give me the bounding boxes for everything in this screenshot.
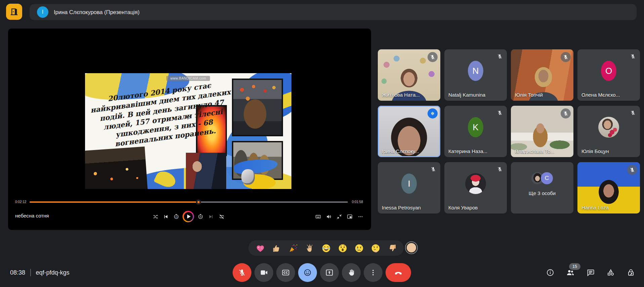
presenter-name: Ірина Слєпокурова (Презентація) xyxy=(54,9,139,15)
thumbs-down-icon xyxy=(387,243,397,253)
participant-tile[interactable]: Владислава То... xyxy=(511,106,573,157)
player-more-button[interactable] xyxy=(355,211,365,222)
overflow-label: Ще 3 особи xyxy=(511,190,573,196)
participant-name: Коля Уваров xyxy=(448,205,478,210)
reaction-tears-of-joy[interactable] xyxy=(319,241,333,255)
mic-muted-badge xyxy=(561,108,571,118)
photo-protesters xyxy=(186,153,226,189)
seek-bar[interactable] xyxy=(30,201,348,203)
keyboard-icon xyxy=(315,213,321,220)
captions-button[interactable] xyxy=(276,263,295,282)
participants-grid: Житлова Ната... N Natalj Kamunina Юлія Т… xyxy=(378,49,640,213)
present-screen-button[interactable] xyxy=(320,263,339,282)
mic-off-icon xyxy=(497,110,503,116)
mic-off-icon xyxy=(629,167,635,173)
reaction-thinking-face[interactable] xyxy=(369,241,382,255)
play-icon xyxy=(184,212,193,221)
letter-avatar: N xyxy=(468,61,483,81)
crying-face-icon xyxy=(354,243,364,253)
activities-button[interactable] xyxy=(606,268,615,277)
watermark: www.BANDICAM.com xyxy=(166,76,210,81)
participant-tile[interactable]: O Олена Мєлєхо... xyxy=(577,49,640,101)
reaction-thumbs-down[interactable] xyxy=(385,241,399,255)
participant-name: Юлія Топчій xyxy=(515,92,543,98)
reaction-open-mouth[interactable] xyxy=(336,241,349,255)
captions-icon xyxy=(281,268,290,277)
participant-tile[interactable]: Hanna Loza xyxy=(577,162,640,213)
reactions-bar xyxy=(248,240,404,256)
mic-off-icon xyxy=(430,54,436,60)
avatar-letter: N xyxy=(473,66,479,76)
next-icon xyxy=(208,213,214,220)
previous-track-button[interactable] xyxy=(161,211,171,222)
present-icon xyxy=(325,268,334,277)
camera-toggle-button[interactable] xyxy=(254,263,273,282)
shared-screen-player: www.BANDICAM.com 20лютого 2014 року стає… xyxy=(8,29,371,230)
reaction-clapping-hands[interactable] xyxy=(303,241,316,255)
flag-blue-shape xyxy=(233,157,278,175)
mic-off-icon xyxy=(497,166,503,172)
people-panel-button[interactable]: 15 xyxy=(566,268,575,277)
mic-off-icon xyxy=(563,54,569,60)
host-controls-button[interactable] xyxy=(627,268,635,277)
participant-tile-speaking[interactable]: Ірина Слєпоку... xyxy=(378,106,440,157)
call-controls xyxy=(233,263,411,282)
chat-panel-button[interactable] xyxy=(586,268,595,277)
photo-avatar xyxy=(465,173,486,194)
mouse-cursor xyxy=(185,114,191,121)
skin-tone-selector-button[interactable] xyxy=(405,241,418,254)
participant-name: Ірина Слєпоку... xyxy=(382,148,419,154)
reaction-crying-face[interactable] xyxy=(352,241,366,255)
shuffle-button[interactable] xyxy=(150,211,160,222)
participant-tile[interactable]: Житлова Ната... xyxy=(378,49,440,101)
mic-muted-badge xyxy=(495,164,505,174)
volume-button[interactable] xyxy=(324,211,334,222)
reactions-toggle-button[interactable] xyxy=(298,263,317,282)
mic-off-icon xyxy=(238,268,246,277)
presenter-avatar: I xyxy=(37,6,48,18)
camera-icon xyxy=(259,268,268,277)
presenter-bar[interactable]: I Ірина Слєпокурова (Презентація) xyxy=(30,4,637,20)
skin-tone-swatch xyxy=(407,243,416,252)
mic-muted-badge xyxy=(628,108,638,118)
mic-toggle-button[interactable] xyxy=(233,263,251,282)
reaction-thumbs-up[interactable] xyxy=(270,241,283,255)
participant-name: Олена Мєлєхо... xyxy=(581,92,620,98)
participant-tile[interactable]: K Катерина Наза... xyxy=(444,106,507,157)
participant-tile[interactable]: Коля Уваров xyxy=(444,162,507,213)
open-door-icon xyxy=(9,7,19,17)
mic-muted-badge xyxy=(428,164,438,174)
panel-buttons: 15 xyxy=(546,263,635,282)
presentation-slide: www.BANDICAM.com 20лютого 2014 року стає… xyxy=(85,73,291,189)
forward-30-button[interactable] xyxy=(195,211,205,222)
reaction-party-popper[interactable] xyxy=(286,241,300,255)
overflow-avatars: C xyxy=(511,172,573,184)
keyboard-button[interactable] xyxy=(313,211,323,222)
play-button[interactable] xyxy=(183,211,194,222)
repeat-off-button[interactable] xyxy=(216,211,227,222)
reaction-sparkling-heart[interactable] xyxy=(253,241,267,255)
participant-tile[interactable]: I Inessa Petrosyan xyxy=(378,162,440,213)
mic-muted-badge xyxy=(628,51,638,61)
mic-muted-badge xyxy=(627,165,637,175)
mic-muted-badge xyxy=(428,52,438,62)
raise-hand-button[interactable] xyxy=(342,263,361,282)
participant-tile[interactable]: Юлія Боцун xyxy=(577,106,640,157)
smiley-icon xyxy=(303,268,312,277)
collapse-button[interactable] xyxy=(334,211,344,222)
participant-tile[interactable]: N Natalj Kamunina xyxy=(444,49,507,101)
overflow-participants-tile[interactable]: C Ще 3 особи xyxy=(511,162,573,213)
door-app-icon[interactable] xyxy=(6,4,22,20)
participant-tile[interactable]: Юлія Топчій xyxy=(511,49,573,101)
activities-icon xyxy=(606,268,615,277)
end-call-button[interactable] xyxy=(386,263,411,282)
meeting-details-button[interactable] xyxy=(546,268,555,277)
mic-off-icon xyxy=(497,53,503,59)
more-dots-icon xyxy=(369,268,377,277)
next-track-button[interactable] xyxy=(206,211,216,222)
more-options-button[interactable] xyxy=(364,263,383,282)
pip-button[interactable] xyxy=(345,211,355,222)
replay-10-button[interactable] xyxy=(171,211,181,222)
previous-icon xyxy=(163,213,169,220)
clock-time: 08:38 xyxy=(10,269,25,276)
